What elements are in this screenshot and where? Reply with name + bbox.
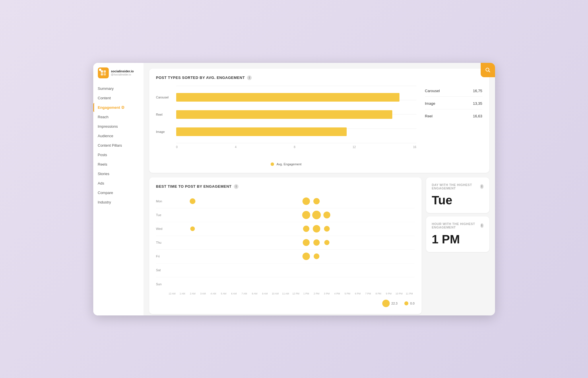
hour-label: 12 AM: [167, 292, 177, 295]
day-label: Sat: [156, 268, 167, 272]
best-time-info-icon[interactable]: ℹ: [234, 184, 238, 189]
app-handle: @/socialinsider.io: [111, 73, 134, 76]
legend-min-value: 0.0: [410, 302, 414, 305]
sidebar-item-industry[interactable]: Industry: [93, 198, 143, 207]
bar-chart-stats: Carousel16,75Image13,35Reel16,63: [425, 86, 482, 166]
legend-bubble-min-circle: [404, 301, 408, 305]
bubble-chart-legend: 22.3 0.0: [156, 300, 415, 307]
hour-info-icon[interactable]: ℹ: [480, 223, 484, 228]
bubble-cells: [167, 249, 415, 263]
bubble: [303, 239, 310, 246]
sidebar-item-summary[interactable]: Summary: [93, 84, 143, 93]
legend-bubble-min: 0.0: [404, 301, 414, 305]
x-tick: 8: [294, 146, 296, 149]
stat-label: Carousel: [425, 89, 440, 93]
bubble-grid: MonTueWedThuFriSatSun: [156, 195, 415, 291]
hour-label: 6 PM: [353, 292, 363, 295]
chart-legend: Avg. Engagement: [156, 162, 416, 166]
search-icon: [485, 67, 491, 73]
stat-row: Reel16,63: [425, 114, 482, 122]
post-types-info-icon[interactable]: ℹ: [247, 75, 252, 80]
bubble-row: Sat: [156, 263, 415, 277]
bar-row: Reel: [176, 108, 416, 121]
hour-label: 9 PM: [384, 292, 394, 295]
day-info-icon[interactable]: ℹ: [480, 184, 483, 189]
svg-line-5: [488, 71, 490, 72]
bars-area: CarouselReelImage: [176, 86, 416, 143]
hour-label: 10 AM: [270, 292, 280, 295]
bubble-row: Fri: [156, 250, 415, 263]
logo-icon: [98, 67, 109, 78]
bubble: [324, 226, 330, 232]
svg-rect-2: [101, 73, 103, 75]
bar-row: Image: [176, 125, 416, 138]
main-wrapper: POST TYPES SORTED BY AVG. ENGAGEMENT ℹ: [143, 63, 495, 315]
sidebar-item-content[interactable]: Content: [93, 94, 143, 102]
bubble-row: Sun: [156, 277, 415, 291]
bubble: [302, 253, 310, 260]
sidebar-item-ads[interactable]: Ads: [93, 179, 143, 188]
bubble: [313, 239, 320, 246]
sidebar-item-reach[interactable]: Reach: [93, 113, 143, 121]
sidebar-item-stories[interactable]: Stories: [93, 169, 143, 178]
legend-bubble-max-circle: [382, 300, 390, 307]
bubble: [313, 225, 320, 232]
stat-label: Reel: [425, 114, 433, 118]
bar-label: Image: [156, 130, 165, 133]
bubble-row: Tue: [156, 208, 415, 222]
hour-label: 1 AM: [177, 292, 187, 295]
sidebar-item-audience[interactable]: Audience: [93, 131, 143, 140]
day-label: Mon: [156, 199, 167, 203]
day-label: Sun: [156, 282, 167, 286]
bubble-row: Thu: [156, 236, 415, 250]
bubble: [324, 240, 329, 245]
bubble: [302, 211, 310, 219]
bubble-cells: [167, 222, 415, 236]
app-name: socialinsider.io: [111, 69, 134, 73]
sidebar-item-impressions[interactable]: Impressions: [93, 122, 143, 131]
bar-label: Reel: [156, 113, 163, 116]
bubble-cells: [167, 277, 415, 291]
legend-label: Avg. Engagement: [276, 162, 301, 166]
hour-label: 6 AM: [229, 292, 239, 295]
bubble-cells: [167, 263, 415, 277]
bubble: [314, 253, 319, 259]
sidebar-item-engagement[interactable]: Engagement ②: [93, 103, 143, 112]
svg-rect-1: [104, 70, 106, 73]
sidebar-item-content-pillars[interactable]: Content Pillars: [93, 141, 143, 150]
bubble-chart-card: BEST TIME TO POST BY ENGAGEMENT ℹ MonTue…: [149, 177, 422, 314]
day-label: Thu: [156, 241, 167, 244]
stat-label: Image: [425, 101, 435, 106]
stat-row: Image13,35: [425, 101, 482, 109]
day-panel: DAY WITH THE HIGHEST ENGAGEMENT ℹ Tue: [426, 177, 489, 213]
bubble: [312, 211, 321, 219]
bar-row: Carousel: [176, 91, 416, 104]
hour-panel-label: HOUR WITH THE HIGHEST ENGAGEMENT ℹ: [432, 222, 484, 229]
hour-label: 9 AM: [260, 292, 270, 295]
x-tick: 12: [353, 146, 356, 149]
hour-label: 8 PM: [373, 292, 384, 295]
hour-label: 11 PM: [404, 292, 414, 295]
day-label: Tue: [156, 213, 167, 217]
hour-label: 2 PM: [311, 292, 322, 295]
main-content: POST TYPES SORTED BY AVG. ENGAGEMENT ℹ: [143, 63, 495, 315]
sidebar: socialinsider.io @/socialinsider.io Summ…: [93, 63, 143, 315]
bubble-cells: [167, 208, 415, 222]
bubble-row: Wed: [156, 222, 415, 236]
search-button[interactable]: [481, 63, 495, 77]
sidebar-item-compare[interactable]: Compare: [93, 188, 143, 197]
sidebar-item-reels[interactable]: Reels: [93, 160, 143, 169]
bubble: [190, 198, 195, 204]
hour-label: 4 PM: [332, 292, 342, 295]
svg-rect-0: [101, 70, 103, 73]
stat-value: 16,63: [473, 114, 482, 118]
bar-fill: [176, 93, 399, 102]
logo: socialinsider.io @/socialinsider.io: [93, 67, 143, 84]
hour-panel-value: 1 PM: [432, 232, 484, 246]
right-panels: DAY WITH THE HIGHEST ENGAGEMENT ℹ Tue HO…: [426, 177, 489, 314]
hour-label: 12 PM: [291, 292, 301, 295]
day-panel-value: Tue: [432, 193, 484, 207]
sidebar-item-posts[interactable]: Posts: [93, 150, 143, 159]
hour-label: 3 AM: [198, 292, 208, 295]
bubble: [323, 212, 330, 218]
